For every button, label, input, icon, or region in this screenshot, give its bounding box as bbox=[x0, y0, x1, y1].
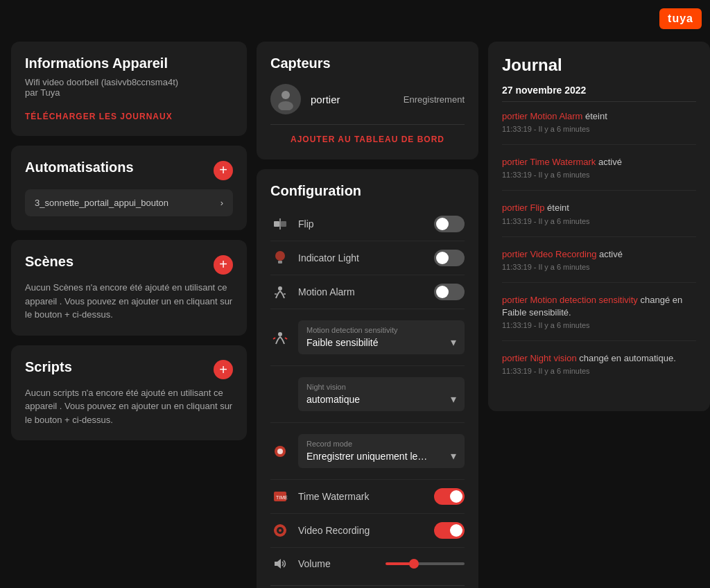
svg-point-14 bbox=[277, 449, 283, 454]
svg-point-7 bbox=[278, 286, 282, 291]
automations-title: Automatisations bbox=[25, 159, 134, 175]
indicator-light-label: Indicator Light bbox=[298, 252, 426, 263]
sensor-type: Enregistrement bbox=[404, 94, 465, 105]
flip-label: Flip bbox=[298, 218, 426, 230]
device-info-subtitle: Wifi video doorbell (lasivvb8ccnsma4t) p… bbox=[25, 77, 233, 98]
journal-entry-4-time: 11:33:19 - Il y a 6 minutes bbox=[502, 263, 696, 271]
svg-rect-2 bbox=[274, 221, 279, 227]
volume-icon bbox=[270, 556, 290, 571]
left-column: Informations Appareil Wifi video doorbel… bbox=[11, 42, 247, 588]
sensor-info: portier bbox=[311, 94, 394, 105]
journal-entry-2-verb: activé bbox=[598, 157, 622, 167]
svg-line-11 bbox=[273, 338, 275, 339]
journal-entry-3-verb: éteint bbox=[547, 202, 569, 213]
time-watermark-toggle[interactable] bbox=[434, 488, 465, 505]
motion-sensitivity-dropdown[interactable]: Motion detection sensitivity Faible sens… bbox=[298, 320, 465, 354]
flip-icon bbox=[270, 216, 290, 232]
journal-entry-2-device: portier bbox=[502, 157, 528, 167]
add-automation-button[interactable]: + bbox=[214, 161, 233, 180]
tuya-logo: tuya bbox=[659, 8, 702, 29]
record-mode-row: Record mode Enregistrer uniquement les é… bbox=[270, 423, 465, 480]
night-vision-label: Night vision bbox=[306, 383, 456, 391]
indicator-light-toggle[interactable] bbox=[434, 250, 465, 266]
motion-alarm-icon bbox=[270, 284, 290, 300]
journal-entry-5-verb: changé bbox=[640, 295, 670, 305]
time-watermark-label: Time Watermark bbox=[298, 491, 426, 502]
automation-label: 3_sonnette_portail_appui_bouton bbox=[35, 198, 168, 208]
night-vision-value: automatique bbox=[306, 394, 360, 405]
scenes-description: Aucun Scènes n'a encore été ajouté en ut… bbox=[25, 281, 233, 322]
journal-column: Journal 27 novembre 2022 portier Motion … bbox=[488, 42, 710, 588]
journal-entry-5-time: 11:33:19 - Il y a 6 minutes bbox=[502, 321, 696, 329]
svg-line-12 bbox=[285, 338, 287, 339]
scenes-title: Scènes bbox=[25, 254, 73, 270]
video-recording-row: Video Recording bbox=[270, 514, 465, 548]
journal-entry-1-verb-text: éteint bbox=[585, 111, 607, 121]
motion-sensitivity-row: Motion detection sensitivity Faible sens… bbox=[270, 309, 465, 366]
automations-card: Automatisations + 3_sonnette_portail_app… bbox=[11, 146, 247, 230]
automation-item[interactable]: 3_sonnette_portail_appui_bouton › bbox=[25, 189, 233, 216]
capteurs-card: Capteurs portier Enregistrement AJOUTER … bbox=[257, 42, 478, 159]
journal-entry-2-time: 11:33:19 - Il y a 6 minutes bbox=[502, 171, 696, 179]
night-vision-dropdown[interactable]: Night vision automatique ▾ bbox=[298, 377, 465, 411]
journal-entry-3-time: 11:33:19 - Il y a 6 minutes bbox=[502, 217, 696, 225]
scripts-card: Scripts + Aucun scripts n'a encore été a… bbox=[11, 345, 247, 441]
svg-point-0 bbox=[282, 91, 290, 99]
journal-entry-4-device: portier bbox=[502, 249, 528, 259]
night-vision-row: Night vision automatique ▾ bbox=[270, 366, 465, 423]
journal-entry-6-device: portier bbox=[502, 353, 528, 363]
record-mode-dropdown[interactable]: Record mode Enregistrer uniquement les é… bbox=[298, 434, 465, 468]
journal-entry-4: portier Video Recording activé 11:33:19 … bbox=[502, 248, 696, 283]
record-mode-value: Enregistrer uniquement les éve bbox=[306, 451, 431, 462]
journal-entry-1: portier Motion Alarm éteint 11:33:19 - I… bbox=[502, 110, 696, 145]
volume-label: Volume bbox=[298, 558, 377, 569]
journal-entry-1-label: Motion Alarm bbox=[530, 111, 582, 121]
journal-entry-4-label: Video Recording bbox=[530, 249, 596, 259]
add-to-dashboard-capteurs-btn[interactable]: AJOUTER AU TABLEAU DE BORD bbox=[270, 128, 465, 146]
motion-alarm-label: Motion Alarm bbox=[298, 286, 426, 297]
capteurs-title: Capteurs bbox=[270, 55, 465, 71]
motion-alarm-toggle[interactable] bbox=[434, 284, 465, 300]
journal-entry-1-time: 11:33:19 - Il y a 6 minutes bbox=[502, 125, 696, 133]
chevron-down-icon: ▾ bbox=[451, 336, 456, 349]
scenes-card: Scènes + Aucun Scènes n'a encore été ajo… bbox=[11, 240, 247, 336]
time-watermark-icon: TIME bbox=[270, 489, 290, 504]
journal-title: Journal bbox=[502, 55, 696, 75]
svg-rect-3 bbox=[281, 221, 286, 227]
chevron-down-icon-3: ▾ bbox=[451, 449, 456, 462]
motion-alarm-row: Motion Alarm bbox=[270, 275, 465, 309]
svg-point-10 bbox=[278, 332, 282, 336]
sensor-row: portier Enregistrement bbox=[270, 77, 465, 121]
motion-sensitivity-icon bbox=[270, 330, 290, 345]
download-logs-btn[interactable]: TÉLÉCHARGER LES JOURNAUX bbox=[25, 112, 173, 121]
journal-entry-5: portier Motion detection sensitivity cha… bbox=[502, 294, 696, 341]
journal-entry-6-verb: changé en automatique. bbox=[579, 353, 676, 363]
middle-column: Capteurs portier Enregistrement AJOUTER … bbox=[257, 42, 478, 588]
record-mode-icon bbox=[270, 444, 290, 458]
add-script-button[interactable]: + bbox=[214, 360, 233, 379]
volume-row: Volume bbox=[270, 548, 465, 580]
video-recording-label: Video Recording bbox=[298, 525, 426, 536]
journal-entry-2-label: Time Watermark bbox=[530, 157, 596, 167]
journal-entry-4-verb: activé bbox=[599, 249, 623, 259]
time-watermark-row: TIME Time Watermark bbox=[270, 480, 465, 514]
svg-point-19 bbox=[279, 529, 282, 532]
volume-knob[interactable] bbox=[409, 559, 419, 569]
svg-text:TIME: TIME bbox=[276, 495, 288, 500]
configuration-card: Configuration Flip bbox=[257, 169, 478, 588]
flip-row: Flip bbox=[270, 207, 465, 241]
journal-entry-2: portier Time Watermark activé 11:33:19 -… bbox=[502, 156, 696, 191]
svg-marker-20 bbox=[275, 559, 281, 569]
sensor-avatar bbox=[270, 84, 301, 114]
volume-slider[interactable] bbox=[386, 562, 465, 565]
svg-point-1 bbox=[278, 101, 293, 110]
device-info-title: Informations Appareil bbox=[25, 55, 233, 71]
journal-entry-3-device: portier bbox=[502, 202, 528, 213]
night-vision-icon bbox=[270, 388, 290, 401]
add-scene-button[interactable]: + bbox=[214, 255, 233, 275]
chevron-down-icon-2: ▾ bbox=[451, 392, 456, 406]
flip-toggle[interactable] bbox=[434, 216, 465, 232]
video-recording-toggle[interactable] bbox=[434, 522, 465, 539]
configuration-title: Configuration bbox=[270, 183, 465, 199]
scripts-description: Aucun scripts n'a encore été ajouté en u… bbox=[25, 386, 233, 427]
